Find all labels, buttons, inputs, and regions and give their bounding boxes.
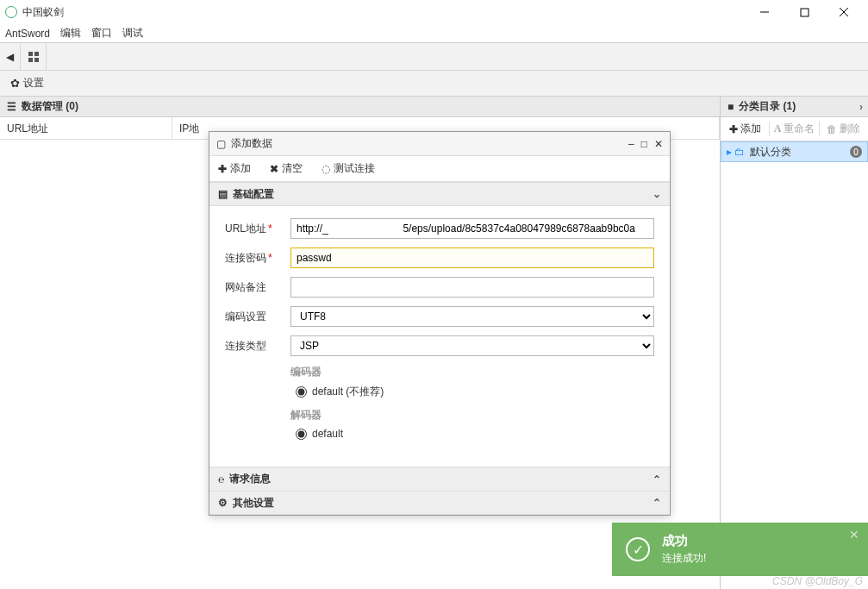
dialog-minimize-button[interactable]: –: [628, 138, 634, 150]
menu-antsword[interactable]: AntSword: [5, 28, 50, 40]
decoder-option-default[interactable]: default: [296, 428, 654, 440]
chevron-down-icon[interactable]: ⌄: [653, 188, 661, 200]
svg-rect-1: [801, 9, 809, 16]
maximize-button[interactable]: [792, 3, 816, 21]
section-basic-body: URL地址* 连接密码* 网站备注 编码设置 UTF8 连接类型 JSP 编码器…: [209, 206, 670, 467]
list-icon: ☰: [7, 101, 16, 113]
dialog-title: 添加数据: [231, 136, 272, 151]
note-label: 网站备注: [225, 281, 266, 293]
menu-edit[interactable]: 编辑: [60, 26, 81, 41]
dialog-add-button[interactable]: ✚添加: [218, 161, 251, 176]
chevron-up-icon: ⌃: [653, 497, 661, 509]
dialog-close-button[interactable]: ✕: [654, 138, 663, 150]
right-panel-header: ■ 分类目录 (1) ›: [721, 97, 868, 117]
toolbar-left-arrow[interactable]: ◀: [0, 43, 21, 70]
url-label: URL地址: [225, 222, 266, 235]
conntype-label: 连接类型: [225, 340, 266, 352]
encoder-radio[interactable]: [296, 386, 307, 398]
right-panel: ■ 分类目录 (1) › ✚添加 A重命名 🗑删除 ▸ 🗀 默认分类 0: [720, 97, 868, 589]
section-basic-header[interactable]: ▤ 基础配置 ⌄: [209, 182, 670, 206]
dialog-test-button[interactable]: ◌测试连接: [322, 161, 375, 176]
grid-icon: [28, 52, 39, 62]
password-label: 连接密码: [225, 252, 266, 264]
menu-window[interactable]: 窗口: [91, 26, 112, 41]
decoder-radio[interactable]: [296, 429, 307, 440]
menu-debug[interactable]: 调试: [122, 26, 143, 41]
delete-category-button[interactable]: 🗑删除: [820, 122, 868, 136]
window-icon: ▢: [216, 138, 226, 150]
category-label: 默认分类: [750, 145, 791, 160]
settings-bar[interactable]: ✿ 设置: [0, 71, 868, 97]
url-input[interactable]: [290, 218, 654, 239]
dialog-toolbar: ✚添加 ✖清空 ◌测试连接: [209, 156, 670, 182]
encoder-header: 编码器: [290, 365, 654, 379]
window-titlebar: 中国蚁剑: [0, 0, 868, 24]
settings-label: 设置: [23, 76, 44, 91]
toolbar-row: ◀: [0, 43, 868, 71]
spinner-icon: ◌: [322, 163, 330, 175]
dialog-clear-button[interactable]: ✖清空: [270, 161, 303, 176]
right-panel-title: 分类目录 (1): [739, 99, 796, 114]
toast-close-button[interactable]: ✕: [849, 528, 859, 542]
window-title: 中国蚁剑: [22, 5, 752, 20]
encoding-select[interactable]: UTF8: [290, 306, 654, 327]
category-item-default[interactable]: ▸ 🗀 默认分类 0: [721, 141, 868, 162]
watermark: CSDN @OldBoy_G: [772, 575, 863, 587]
add-data-dialog: ▢ 添加数据 – □ ✕ ✚添加 ✖清空 ◌测试连接 ▤ 基础配置 ⌄ URL地…: [209, 131, 671, 516]
note-input[interactable]: [290, 277, 654, 298]
encoder-option-default[interactable]: default (不推荐): [296, 385, 654, 399]
toast-title: 成功: [662, 533, 706, 549]
folder-solid-icon: ■: [727, 101, 734, 113]
gear-icon: ✿: [10, 77, 20, 90]
chevron-up-icon: ⌃: [653, 473, 661, 486]
encoding-label: 编码设置: [225, 310, 266, 323]
category-count-badge: 0: [850, 146, 862, 158]
section-request-header[interactable]: ℮ 请求信息 ⌃: [209, 467, 670, 491]
toolbar-grid-button[interactable]: [21, 43, 47, 70]
conntype-select[interactable]: JSP: [290, 335, 654, 356]
add-category-button[interactable]: ✚添加: [721, 122, 770, 136]
chevron-right-icon[interactable]: ›: [859, 101, 863, 113]
rename-category-button[interactable]: A重命名: [770, 122, 819, 136]
password-input[interactable]: [290, 248, 654, 268]
dialog-titlebar[interactable]: ▢ 添加数据 – □ ✕: [209, 132, 670, 156]
minimize-button[interactable]: [752, 3, 777, 21]
document-icon: ▤: [218, 188, 228, 200]
check-icon: ✓: [626, 537, 650, 561]
right-panel-toolbar: ✚添加 A重命名 🗑删除: [721, 117, 868, 141]
toast-message: 连接成功!: [662, 551, 706, 566]
section-other-header[interactable]: ⚙ 其他设置 ⌃: [209, 491, 670, 515]
close-button[interactable]: [832, 3, 856, 21]
column-url[interactable]: URL地址: [0, 117, 172, 139]
decoder-header: 解码器: [290, 408, 654, 423]
app-icon: [5, 6, 17, 18]
folder-icon: ▸ 🗀: [727, 146, 745, 158]
edge-icon: ℮: [218, 473, 224, 486]
cogs-icon: ⚙: [218, 497, 228, 509]
left-panel-header: ☰ 数据管理 (0): [0, 97, 720, 117]
menu-bar: AntSword 编辑 窗口 调试: [0, 24, 868, 43]
success-toast: ✓ 成功 连接成功! ✕: [612, 523, 868, 576]
left-panel-title: 数据管理 (0): [22, 99, 78, 114]
dialog-maximize-button[interactable]: □: [641, 138, 647, 150]
